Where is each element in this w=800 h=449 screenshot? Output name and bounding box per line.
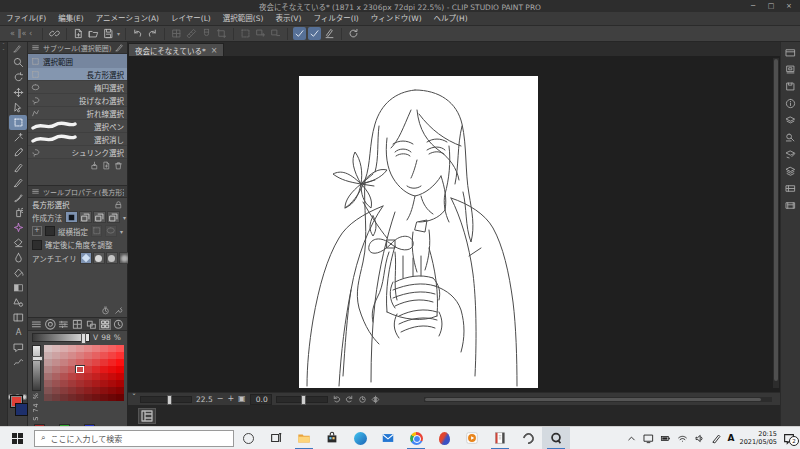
expand-plus-button[interactable]: +: [32, 226, 42, 236]
menu-編集(E)[interactable]: 編集(E): [52, 12, 90, 25]
taskbar-app-mail[interactable]: [374, 427, 402, 449]
color-cell[interactable]: [92, 366, 100, 373]
magnet-icon[interactable]: [200, 27, 213, 40]
menu-icon[interactable]: [31, 187, 40, 196]
color-cell[interactable]: [76, 380, 84, 387]
color-cell[interactable]: [100, 380, 108, 387]
color-cell[interactable]: [68, 345, 76, 352]
taskbar-app-edge[interactable]: [346, 427, 374, 449]
taskbar-search-input[interactable]: ⌕ ここに入力して検索: [34, 430, 234, 447]
subtool-item[interactable]: 投げなわ選択: [28, 94, 127, 107]
taskbar-app-notebook[interactable]: [486, 427, 514, 449]
color-cell[interactable]: [44, 394, 52, 401]
menu-ウィンドウ(W)[interactable]: ウィンドウ(W): [365, 12, 428, 25]
tab-color-history[interactable]: [112, 319, 125, 330]
color-cell[interactable]: [108, 380, 116, 387]
select-add-icon[interactable]: [254, 27, 267, 40]
select-rect-icon[interactable]: [239, 27, 252, 40]
color-cell[interactable]: [68, 366, 76, 373]
rotate-slider[interactable]: [276, 396, 328, 403]
rotate-view-icon[interactable]: [347, 27, 360, 40]
color-cell[interactable]: [116, 387, 124, 394]
antialias-medium-button[interactable]: [106, 252, 118, 264]
color-cell[interactable]: [92, 345, 100, 352]
tool-pencil[interactable]: [9, 175, 27, 190]
antialias-none-button[interactable]: [80, 252, 92, 264]
tool-rotate-canvas[interactable]: [9, 70, 27, 85]
tool-decoration[interactable]: [9, 220, 27, 235]
tab-color-set[interactable]: [71, 319, 84, 330]
color-cell[interactable]: [68, 373, 76, 380]
tool-auto-select[interactable]: [9, 130, 27, 145]
color-cell[interactable]: [76, 359, 84, 366]
taskbar-app-clip-studio-paint[interactable]: [542, 427, 570, 449]
color-cell[interactable]: [100, 366, 108, 373]
tab-approx-color[interactable]: [99, 319, 112, 330]
grid-icon[interactable]: [170, 27, 183, 40]
dock-layer-property[interactable]: [783, 113, 798, 128]
color-cell[interactable]: [44, 387, 52, 394]
subtool-item[interactable]: 選択消し: [28, 133, 127, 146]
color-cell[interactable]: [44, 380, 52, 387]
tab-close-icon[interactable]: ×: [211, 46, 218, 55]
new-page-icon[interactable]: [102, 161, 111, 170]
fit-screen-icon[interactable]: ▣: [238, 395, 246, 403]
color-cell[interactable]: [108, 366, 116, 373]
sub-sel-button[interactable]: [93, 211, 106, 223]
color-cell[interactable]: [84, 394, 92, 401]
chevron-down-icon[interactable]: ▾: [120, 228, 123, 235]
color-cell[interactable]: [76, 352, 84, 359]
wrench-icon[interactable]: [114, 306, 123, 315]
tool-gradient[interactable]: [9, 280, 27, 295]
taskbar-app-store[interactable]: [318, 427, 346, 449]
rotate-ccw-icon[interactable]: [332, 395, 341, 404]
subtool-item[interactable]: 折れ線選択: [28, 107, 127, 120]
save-icon[interactable]: [102, 27, 115, 40]
crop-icon[interactable]: [215, 27, 228, 40]
color-cell[interactable]: [108, 359, 116, 366]
flip-view-icon[interactable]: [371, 395, 380, 404]
tool-figure[interactable]: [9, 295, 27, 310]
taskbar-app-explorer[interactable]: [290, 427, 318, 449]
pencil-line-icon[interactable]: [323, 27, 336, 40]
statusbar-collapse-icon[interactable]: ˇ: [132, 395, 136, 403]
reset-view-icon[interactable]: [358, 395, 367, 404]
canvas-viewport[interactable]: [128, 56, 780, 392]
tool-text[interactable]: A: [9, 325, 27, 340]
trash-icon[interactable]: [114, 161, 123, 170]
dock-layer-search[interactable]: [783, 130, 798, 145]
tab-color-wheel[interactable]: [44, 319, 57, 330]
dock-information[interactable]: [783, 96, 798, 111]
menu-アニメーション(A)[interactable]: アニメーション(A): [90, 12, 165, 25]
color-cell[interactable]: [92, 387, 100, 394]
color-cell[interactable]: [100, 387, 108, 394]
maximize-button[interactable]: □: [762, 0, 780, 12]
color-cell[interactable]: [84, 366, 92, 373]
color-cell[interactable]: [100, 394, 108, 401]
start-button[interactable]: [0, 427, 34, 449]
vertical-scrollbar[interactable]: [773, 58, 779, 388]
color-cell[interactable]: [116, 359, 124, 366]
tool-eyedropper[interactable]: [9, 145, 27, 160]
color-cell[interactable]: [44, 366, 52, 373]
subtool-item[interactable]: 長方形選択: [28, 68, 127, 81]
tool-airbrush[interactable]: [9, 205, 27, 220]
tool-fill[interactable]: [9, 265, 27, 280]
dock-quick-access[interactable]: [783, 45, 798, 60]
close-button[interactable]: ×: [780, 0, 798, 12]
redo-icon[interactable]: [146, 27, 159, 40]
color-cell[interactable]: [108, 345, 116, 352]
tool-frame[interactable]: [9, 310, 27, 325]
lock-icon[interactable]: [114, 200, 123, 209]
undo-icon[interactable]: [131, 27, 144, 40]
taskbar-app-paint3d[interactable]: [430, 427, 458, 449]
link-icon[interactable]: [48, 27, 61, 40]
dock-item-bank[interactable]: [783, 198, 798, 213]
dock-timeline[interactable]: [783, 181, 798, 196]
color-cell[interactable]: [68, 352, 76, 359]
color-cell[interactable]: [60, 373, 68, 380]
color-cell[interactable]: [84, 352, 92, 359]
taskbar-app-task-view[interactable]: [262, 427, 290, 449]
color-cell[interactable]: [60, 366, 68, 373]
color-cell[interactable]: [52, 380, 60, 387]
